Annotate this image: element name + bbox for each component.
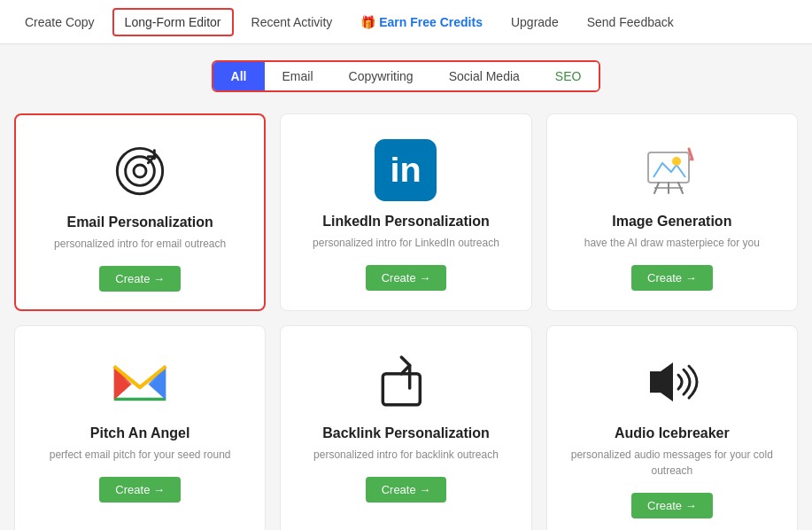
svg-text:in: in bbox=[391, 150, 421, 189]
filter-tabs: All Email Copywriting Social Media SEO bbox=[212, 60, 601, 92]
filter-all[interactable]: All bbox=[213, 62, 265, 90]
gmail-icon bbox=[109, 351, 171, 413]
filter-copywriting[interactable]: Copywriting bbox=[331, 62, 431, 90]
audio-icon bbox=[641, 351, 703, 413]
card-backlink-personalization-create-btn[interactable]: Create → bbox=[366, 477, 447, 503]
nav-send-feedback[interactable]: Send Feedback bbox=[576, 10, 684, 35]
navbar: Create Copy Long-Form Editor Recent Acti… bbox=[0, 0, 812, 44]
nav-earn-credits[interactable]: 🎁 Earn Free Credits bbox=[350, 10, 493, 35]
card-audio-icebreaker-create-btn[interactable]: Create → bbox=[631, 493, 713, 518]
card-backlink-personalization-desc: personalized intro for backlink outreach bbox=[313, 447, 499, 463]
card-linkedin-personalization: in LinkedIn Personalization personalized… bbox=[280, 113, 531, 311]
nav-create-copy[interactable]: Create Copy bbox=[14, 10, 105, 35]
filter-seo[interactable]: SEO bbox=[537, 62, 599, 90]
filter-social-media[interactable]: Social Media bbox=[431, 62, 537, 90]
image-icon bbox=[641, 139, 703, 201]
svg-rect-22 bbox=[383, 374, 421, 405]
target-icon bbox=[109, 140, 171, 202]
gift-icon: 🎁 bbox=[360, 15, 375, 29]
card-image-generation-desc: have the AI draw masterpiece for you bbox=[584, 235, 760, 251]
card-grid: Email Personalization personalized intro… bbox=[0, 105, 812, 530]
card-linkedin-personalization-title: LinkedIn Personalization bbox=[322, 214, 489, 230]
linkedin-icon: in bbox=[375, 139, 437, 201]
card-audio-icebreaker: Audio Icebreaker personalized audio mess… bbox=[546, 325, 798, 530]
card-backlink-personalization-title: Backlink Personalization bbox=[322, 425, 490, 441]
svg-rect-8 bbox=[648, 152, 689, 183]
card-pitch-an-angel: Pitch An Angel perfect email pitch for y… bbox=[14, 325, 266, 530]
card-email-personalization: Email Personalization personalized intro… bbox=[14, 113, 266, 311]
svg-point-9 bbox=[672, 157, 681, 166]
card-linkedin-personalization-create-btn[interactable]: Create → bbox=[366, 265, 447, 291]
card-email-personalization-desc: personalized intro for email outreach bbox=[54, 236, 226, 252]
filter-bar: All Email Copywriting Social Media SEO bbox=[0, 44, 812, 105]
nav-long-form-editor[interactable]: Long-Form Editor bbox=[112, 8, 234, 36]
svg-point-2 bbox=[134, 165, 146, 177]
card-email-personalization-create-btn[interactable]: Create → bbox=[99, 266, 181, 292]
card-pitch-an-angel-title: Pitch An Angel bbox=[90, 425, 190, 441]
svg-rect-18 bbox=[114, 397, 166, 400]
card-audio-icebreaker-title: Audio Icebreaker bbox=[615, 425, 730, 441]
card-pitch-an-angel-create-btn[interactable]: Create → bbox=[99, 477, 181, 503]
card-image-generation-create-btn[interactable]: Create → bbox=[631, 265, 713, 291]
filter-email[interactable]: Email bbox=[265, 62, 331, 90]
share-icon bbox=[375, 351, 437, 413]
card-backlink-personalization: Backlink Personalization personalized in… bbox=[280, 325, 531, 530]
card-image-generation: Image Generation have the AI draw master… bbox=[546, 113, 798, 311]
card-audio-icebreaker-desc: personalized audio messages for your col… bbox=[565, 447, 779, 479]
card-email-personalization-title: Email Personalization bbox=[66, 214, 213, 230]
card-pitch-an-angel-desc: perfect email pitch for your seed round bbox=[50, 447, 231, 463]
nav-upgrade[interactable]: Upgrade bbox=[500, 10, 569, 35]
nav-recent-activity[interactable]: Recent Activity bbox=[241, 10, 344, 35]
svg-marker-24 bbox=[650, 362, 673, 401]
svg-point-0 bbox=[117, 148, 162, 193]
card-linkedin-personalization-desc: personalized intro for LinkedIn outreach bbox=[313, 235, 499, 251]
card-image-generation-title: Image Generation bbox=[612, 214, 731, 230]
